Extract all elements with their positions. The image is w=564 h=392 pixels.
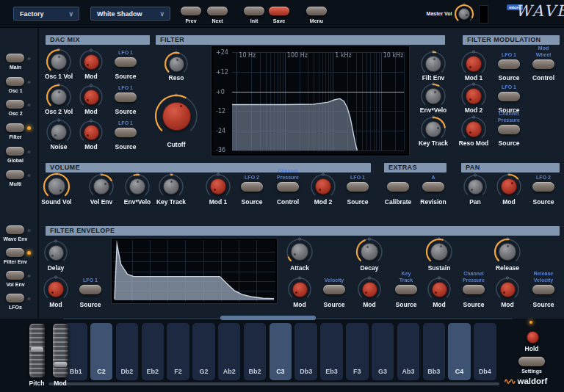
knob-cap	[315, 178, 331, 195]
sidebar-label-filter-env: Filter Env	[4, 259, 27, 264]
volume-source-3-button[interactable]	[347, 182, 369, 192]
key-bb3[interactable]: Bb3	[423, 323, 446, 380]
prev-button[interactable]	[181, 7, 201, 15]
save-button[interactable]	[269, 7, 289, 15]
settings-button[interactable]	[518, 357, 545, 366]
key-db2[interactable]: Db2	[116, 323, 139, 380]
fm-row1-source-button[interactable]	[498, 59, 520, 69]
fenv-source-button[interactable]	[79, 285, 101, 294]
sidebar-led-lfos	[27, 297, 31, 300]
dac-osc-2-vol-mod-knob[interactable]	[78, 84, 104, 110]
key-db4[interactable]: Db4	[474, 323, 496, 380]
key-c2[interactable]: C2	[90, 323, 113, 380]
knob-indicator-dot	[511, 182, 513, 184]
sidebar-item-global[interactable]	[6, 147, 24, 156]
fenv-sustain-knob[interactable]	[424, 237, 454, 266]
sidebar-item-filter-env[interactable]	[6, 248, 24, 257]
fm-row2-source-button[interactable]	[498, 92, 520, 101]
key-eb3[interactable]: Eb3	[320, 323, 343, 380]
fenv-attack-mod-knob-label: Mod	[293, 301, 306, 308]
sidebar-item-osc-1[interactable]	[6, 77, 24, 86]
sidebar-item-main[interactable]	[6, 54, 24, 62]
volume-source-1-button[interactable]	[241, 182, 263, 192]
fm-row3-source-button-label: Source	[499, 139, 520, 147]
key-c4[interactable]: C4	[448, 323, 471, 380]
fm-mod-wheel-control-button[interactable]	[532, 59, 554, 69]
key-ab2[interactable]: Ab2	[218, 323, 241, 380]
fenv-sustain-source-button[interactable]	[463, 285, 485, 294]
knob-indicator-dot	[503, 291, 505, 294]
key-label: G3	[372, 368, 394, 375]
key-eb2[interactable]: Eb2	[142, 323, 164, 380]
extras-calibrate-button[interactable]	[387, 182, 409, 192]
fm-row3-source-button[interactable]	[498, 125, 520, 134]
init-button[interactable]	[244, 7, 264, 15]
dac-row1-source-button[interactable]	[115, 57, 137, 67]
pan-pan-knob[interactable]	[462, 173, 488, 200]
dac-row3-source-button[interactable]	[115, 128, 137, 137]
key-g3[interactable]: G3	[372, 323, 394, 380]
key-bb2[interactable]: Bb2	[244, 323, 267, 380]
key-c3[interactable]: C3	[270, 323, 292, 380]
filter-key-track-knob-label: Key Track	[419, 139, 448, 147]
filter-reso-knob[interactable]	[163, 51, 189, 77]
key-f3[interactable]: F3	[346, 323, 369, 380]
fenv-decay-mod-knob[interactable]	[356, 276, 383, 302]
dac-noise-mod-knob[interactable]	[78, 119, 104, 145]
sidebar-item-osc-2[interactable]	[6, 100, 24, 109]
knob-indicator-dot	[51, 291, 54, 294]
fenv-release-mod-knob[interactable]	[494, 276, 521, 302]
volume-key-track-knob[interactable]	[157, 173, 185, 200]
sidebar-led-osc-1	[27, 80, 31, 84]
next-button[interactable]	[207, 7, 228, 15]
fenv-decay-source-button[interactable]	[395, 285, 417, 294]
fenv-release-source-button[interactable]	[532, 285, 554, 294]
hold-button[interactable]	[527, 331, 539, 344]
key-ab3[interactable]: Ab3	[397, 323, 420, 380]
volume-sound-vol-knob[interactable]	[42, 172, 71, 201]
menu-button[interactable]	[306, 7, 327, 15]
volume-mod-2-knob[interactable]	[309, 173, 337, 200]
volume-mod-1-knob[interactable]	[204, 173, 232, 200]
fenv-attack-mod-knob[interactable]	[286, 276, 313, 302]
sidebar-item-multi[interactable]	[6, 170, 24, 179]
knob-indicator-dot	[365, 291, 367, 294]
dac-osc-1-vol-mod-knob[interactable]	[78, 48, 104, 75]
pitch-wheel[interactable]	[29, 324, 45, 377]
dac-osc-1-vol-knob[interactable]	[45, 48, 73, 76]
sidebar-item-lfos[interactable]	[6, 294, 24, 302]
volume-vol-env-knob[interactable]	[87, 173, 115, 200]
key-db3[interactable]: Db3	[294, 323, 317, 380]
dac-osc-2-vol-knob[interactable]	[45, 83, 73, 111]
init-button-label: Init	[250, 18, 258, 23]
mod-wheel[interactable]	[53, 324, 68, 377]
volume-source-3-button-label: Source	[347, 198, 369, 206]
filter-cutoff-knob[interactable]	[153, 93, 199, 139]
fenv-release-knob[interactable]	[493, 237, 522, 266]
wheel-notch	[54, 362, 67, 367]
sidebar-item-wave-env[interactable]	[6, 225, 24, 234]
key-g2[interactable]: G2	[192, 323, 215, 380]
volume-env-velo-knob[interactable]	[123, 173, 151, 200]
fenv-attack-source-button-mod-label: Velocity	[316, 277, 352, 284]
fenv-attack-knob[interactable]	[285, 237, 314, 266]
dac-row2-source-button-mod-label: LFO 1	[107, 85, 144, 92]
fenv-sustain-mod-knob[interactable]	[426, 276, 452, 302]
sidebar-item-vol-env[interactable]	[6, 271, 24, 280]
fenv-decay-knob[interactable]	[355, 237, 384, 266]
volume-control-2-button[interactable]	[277, 182, 299, 192]
key-f2[interactable]: F2	[167, 323, 189, 380]
knob-indicator-dot	[434, 91, 436, 93]
fenv-delay-knob[interactable]	[43, 239, 69, 266]
extras-revision-button[interactable]	[422, 182, 444, 192]
volume-source-3-button-mod-label: LFO 1	[339, 175, 376, 181]
sidebar-led-filter-env	[27, 251, 31, 255]
pan-source-button[interactable]	[532, 182, 554, 192]
dac-row2-source-button[interactable]	[115, 92, 137, 102]
fenv-mod-knob[interactable]	[42, 275, 70, 303]
fenv-attack-source-button[interactable]	[323, 285, 345, 294]
sidebar-item-filter[interactable]	[6, 123, 24, 132]
pan-mod-knob[interactable]	[495, 173, 523, 200]
master-vol-knob[interactable]	[453, 3, 475, 25]
dac-noise-knob[interactable]	[45, 118, 73, 146]
